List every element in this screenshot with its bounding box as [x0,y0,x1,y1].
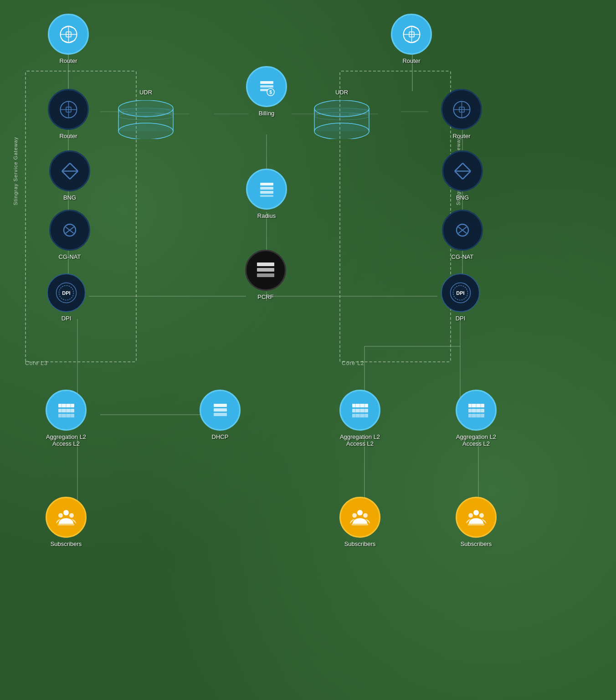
svg-rect-87 [260,191,273,194]
svg-point-79 [314,123,369,139]
agg-l2-right2: Aggregation L2Access L2 [456,390,497,447]
pcrf: PCRF [245,250,286,300]
svg-point-117 [357,510,363,515]
dhcp-label: DHCP [212,433,229,440]
subscribers-right1: Subscribers [339,497,380,547]
agg-l2-right1: Aggregation L2Access L2 [339,390,380,447]
svg-line-48 [70,171,78,179]
svg-rect-86 [260,187,273,190]
cgnat-right-label: CG-NAT [452,253,474,260]
router-right-top-label: Router [402,57,420,64]
dhcp-icon [200,390,241,431]
udr-right: UDR [312,89,371,139]
subscribers-left-label: Subscribers [51,540,82,547]
svg-text:DPI: DPI [62,290,70,296]
udr-left: UDR [116,89,175,139]
router-inner-right: Router [441,89,482,139]
bng-left-icon [49,150,90,191]
svg-line-52 [462,163,471,171]
svg-rect-94 [214,413,227,416]
subscribers-right2-icon [456,497,497,538]
agg-l2-right1-label: Aggregation L2Access L2 [340,433,380,447]
agg-l2-right1-icon [339,390,380,431]
router-right-top-icon [391,14,432,55]
udr-right-label: UDR [335,89,348,96]
pcrf-icon [245,250,286,291]
udr-left-label: UDR [139,89,152,96]
svg-text:DPI: DPI [456,290,464,296]
router-left-top-icon [48,14,89,55]
svg-line-49 [62,171,70,179]
dpi-right: DPI DPI [441,273,480,322]
svg-rect-116 [58,524,74,525]
svg-point-122 [468,513,473,518]
agg-l2-right2-label: Aggregation L2Access L2 [456,433,496,447]
radius: Radius [246,169,287,219]
svg-point-119 [363,513,368,518]
svg-point-121 [473,510,479,515]
router-inner-left-label: Router [59,133,77,139]
billing-label: Billing [259,110,275,117]
svg-rect-92 [214,404,227,407]
svg-line-47 [62,163,70,171]
svg-rect-89 [257,262,274,266]
radius-icon [246,169,287,210]
router-right-top: Router [391,14,432,64]
svg-rect-81 [260,85,273,88]
svg-point-123 [479,513,484,518]
svg-rect-120 [352,524,368,525]
agg-l2-left-icon [46,390,87,431]
cgnat-right-icon [442,210,483,251]
bng-left: BNG [49,150,90,201]
svg-point-72 [118,123,173,139]
cgnat-left-label: CG-NAT [59,253,81,260]
core-l3-label: Core L3 [25,360,48,366]
router-left-top-label: Router [59,57,77,64]
subscribers-right2-label: Subscribers [461,540,492,547]
bng-right-icon [442,150,483,191]
svg-line-55 [455,171,463,179]
svg-line-53 [455,163,463,171]
bng-left-label: BNG [63,194,76,201]
svg-rect-90 [257,268,274,272]
stingray-label-left: Stingray Service Gateway [13,137,18,206]
subscribers-right1-label: Subscribers [344,540,376,547]
router-inner-left-icon [48,89,89,130]
dpi-left: DPI DPI [47,273,86,322]
svg-rect-91 [257,273,274,277]
agg-l2-right2-icon [456,390,497,431]
svg-text:$: $ [269,90,272,95]
pcrf-label: PCRF [257,293,273,300]
svg-rect-80 [260,81,273,84]
svg-line-54 [462,171,471,179]
svg-point-118 [352,513,357,518]
agg-l2-left-label: Aggregation L2Access L2 [46,433,86,447]
dpi-left-icon: DPI [47,273,86,312]
bng-right: BNG [442,150,483,201]
svg-rect-85 [260,183,273,185]
radius-label: Radius [257,212,276,219]
dhcp: DHCP [200,390,241,440]
subscribers-right2: Subscribers [456,497,497,547]
svg-point-115 [69,513,74,518]
cgnat-right: CG-NAT [442,210,483,260]
dpi-right-icon: DPI [441,273,480,312]
svg-point-114 [58,513,63,518]
billing: $ Billing [246,66,287,117]
svg-rect-93 [214,408,227,412]
svg-point-113 [63,510,69,515]
bng-right-label: BNG [456,194,469,201]
router-inner-left: Router [48,89,89,139]
router-inner-right-icon [441,89,482,130]
core-l2-label: Core L2 [342,360,364,366]
svg-rect-88 [260,195,273,197]
dpi-right-label: DPI [456,315,466,322]
router-inner-right-label: Router [452,133,470,139]
cgnat-left: CG-NAT [49,210,90,260]
billing-icon: $ [246,66,287,107]
subscribers-left-icon [46,497,87,538]
subscribers-right1-icon [339,497,380,538]
subscribers-left: Subscribers [46,497,87,547]
router-left-top: Router [48,14,89,64]
agg-l2-left: Aggregation L2Access L2 [46,390,87,447]
